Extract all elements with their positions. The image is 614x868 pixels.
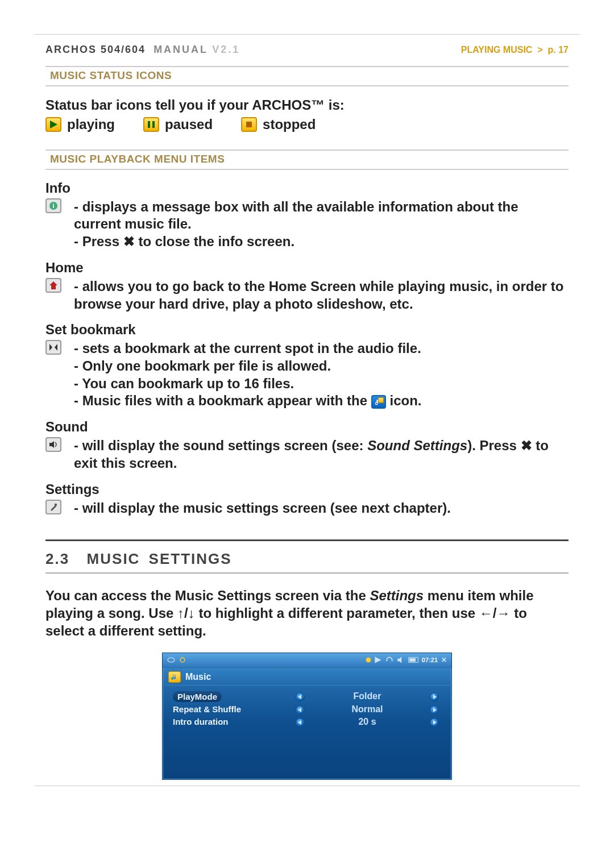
left-arrow-icon[interactable]: [296, 692, 305, 701]
speaker-icon: [397, 656, 405, 664]
page-locator: PLAYING MUSIC > p. 17: [461, 45, 569, 55]
headphone-icon: [385, 656, 393, 664]
device-status-bar: 07:21 ✕: [163, 653, 451, 668]
svg-marker-15: [433, 695, 437, 699]
sound-title: Sound: [45, 419, 569, 435]
hdd-icon: [167, 656, 175, 664]
setting-label: PlayMode: [173, 691, 222, 702]
settings-title: Settings: [45, 481, 569, 497]
bookmark-line2: - Only one bookmark per file is allowed.: [74, 358, 569, 375]
page-number: p. 17: [548, 45, 569, 55]
svg-marker-16: [298, 708, 301, 712]
music-settings-screen: 07:21 ✕ Music PlayMode Folder Repea: [162, 653, 452, 780]
chapter-rule: [45, 539, 569, 541]
svg-marker-0: [50, 121, 57, 128]
stopped-label: stopped: [263, 117, 316, 132]
right-arrow-icon[interactable]: [430, 718, 439, 727]
svg-marker-13: [397, 657, 401, 663]
svg-point-10: [55, 503, 57, 505]
status-heading: Status bar icons tell you if your ARCHOS…: [45, 97, 569, 114]
info-line2: - Press ✖ to close the info screen.: [74, 233, 569, 251]
menu-home: Home - allows you to go back to the Home…: [45, 260, 569, 313]
right-arrow-icon[interactable]: [430, 692, 439, 701]
up-arrow-icon: ↑: [177, 605, 184, 621]
setting-row-playmode[interactable]: PlayMode Folder: [173, 690, 441, 703]
play-status-icon: [374, 656, 382, 664]
setting-value: Normal: [307, 704, 428, 715]
clock: 07:21: [422, 657, 438, 663]
sync-icon: [179, 656, 186, 664]
svg-rect-3: [246, 122, 252, 127]
sound-line1: - will display the sound settings screen…: [74, 437, 569, 472]
bookmark-line4: - Music files with a bookmark appear wit…: [74, 392, 569, 410]
device-screenshot: 07:21 ✕ Music PlayMode Folder Repea: [45, 653, 569, 780]
music-note-icon: [168, 671, 181, 683]
home-icon: [45, 278, 61, 293]
settings-line1: - will display the music settings screen…: [74, 500, 569, 517]
chapter-title: Music Settings: [87, 550, 232, 567]
svg-rect-1: [148, 121, 150, 128]
bookmark-note-icon: [371, 395, 386, 409]
svg-marker-12: [375, 657, 381, 663]
svg-marker-9: [49, 441, 54, 448]
info-title: Info: [45, 180, 569, 196]
setting-value: Folder: [307, 691, 428, 701]
slash: /: [184, 605, 188, 621]
svg-rect-2: [152, 121, 155, 128]
x-icon: ✖: [123, 234, 135, 249]
setting-row-repeat[interactable]: Repeat & Shuffle Normal: [173, 703, 441, 716]
svg-point-11: [168, 658, 175, 662]
plug-icon: [366, 658, 371, 662]
screen-tab: Music: [163, 668, 451, 686]
left-arrow-icon[interactable]: [296, 718, 305, 727]
bookmark-line1: - sets a bookmark at the current spot in…: [74, 340, 569, 358]
bookmark-title: Set bookmark: [45, 322, 569, 338]
svg-marker-7: [49, 344, 52, 351]
settings-paragraph: You can access the Music Settings screen…: [45, 587, 569, 639]
battery-icon: [408, 657, 418, 663]
screen-body: PlayMode Folder Repeat & Shuffle Normal …: [163, 686, 451, 779]
status-playing: playing: [45, 117, 115, 132]
menu-info: Info i - displays a message box with all…: [45, 180, 569, 251]
menu-bookmark: Set bookmark - sets a bookmark at the cu…: [45, 322, 569, 410]
down-arrow-icon: ↓: [188, 605, 195, 621]
bookmark-line3: - You can bookmark up to 16 files.: [74, 375, 569, 393]
info-icon: i: [45, 198, 61, 213]
playing-label: playing: [67, 117, 115, 132]
section-playback-menu: MUSIC PLAYBACK MENU ITEMS: [45, 149, 569, 170]
svg-text:i: i: [52, 202, 54, 209]
svg-marker-8: [55, 344, 57, 351]
tab-label-music: Music: [185, 672, 211, 682]
paused-label: paused: [165, 117, 213, 132]
play-icon: [45, 117, 61, 132]
settings-word: Settings: [370, 588, 424, 603]
chapter-heading: 2.3 Music Settings: [45, 546, 569, 574]
x-icon: ✖: [521, 438, 532, 453]
chapter-number: 2.3: [45, 550, 69, 567]
breadcrumb-sep: >: [537, 45, 542, 55]
left-arrow-icon[interactable]: [296, 705, 305, 715]
pause-icon: [143, 117, 159, 132]
section-music-status-icons: MUSIC STATUS ICONS: [45, 66, 569, 86]
brand-title: ARCHOS 504/604 MANUAL V2.1: [45, 44, 240, 56]
svg-marker-6: [49, 281, 57, 289]
version: V2.1: [212, 44, 240, 55]
svg-marker-14: [298, 695, 301, 699]
page-header: ARCHOS 504/604 MANUAL V2.1 PLAYING MUSIC…: [45, 40, 569, 60]
setting-label: Intro duration: [173, 717, 229, 726]
manual-word: MANUAL: [154, 44, 208, 55]
stop-icon: [241, 117, 257, 132]
model: 504/604: [101, 44, 146, 55]
setting-row-intro[interactable]: Intro duration 20 s: [173, 716, 441, 728]
status-icons-row: playing paused stopped: [45, 117, 569, 132]
home-title: Home: [45, 260, 569, 276]
bookmark-icon: [45, 340, 61, 355]
right-arrow-icon[interactable]: [430, 705, 439, 715]
settings-icon: [45, 500, 61, 514]
close-icon[interactable]: ✕: [441, 656, 447, 664]
setting-label: Repeat & Shuffle: [173, 704, 241, 714]
page-section: PLAYING MUSIC: [461, 45, 533, 55]
status-stopped: stopped: [241, 117, 316, 132]
info-line1: - displays a message box with all the av…: [74, 198, 569, 233]
manual-page: ARCHOS 504/604 MANUAL V2.1 PLAYING MUSIC…: [34, 34, 580, 786]
